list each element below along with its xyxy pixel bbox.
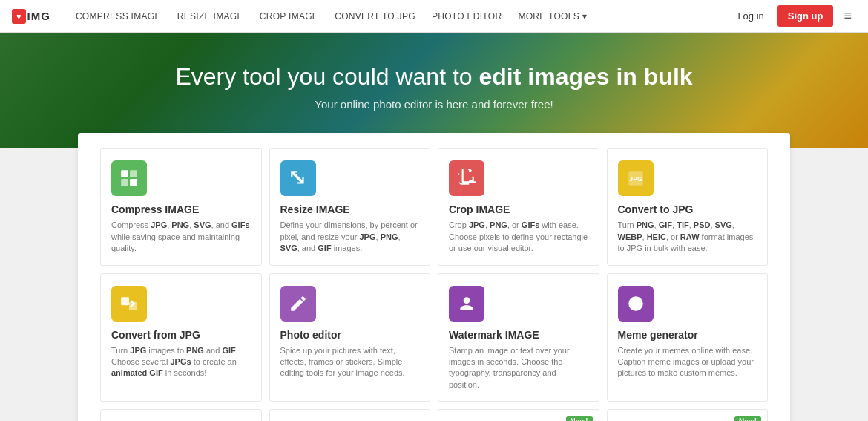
tool-desc-compress: Compress JPG, PNG, SVG, and GIFs while s… (111, 220, 251, 254)
tool-icon-resize (280, 160, 316, 196)
hero-headline-em: edit images in bulk (479, 63, 693, 90)
svg-point-9 (628, 296, 643, 311)
tool-desc-convert-jpg: Turn PNG, GIF, TIF, PSD, SVG, WEBP, HEIC… (618, 220, 757, 254)
svg-point-8 (464, 297, 470, 304)
tool-desc-crop: Crop JPG, PNG, or GIFs with ease. Choose… (449, 220, 588, 254)
tool-title-resize: Resize IMAGE (280, 203, 420, 215)
tool-icon-compress (111, 160, 147, 196)
svg-rect-1 (130, 171, 137, 178)
tool-title-convert-from-jpg: Convert from JPG (111, 329, 251, 341)
tool-icon-watermark (449, 286, 484, 322)
tool-card-watermark[interactable]: Watermark IMAGEStamp an image or text ov… (438, 273, 599, 402)
hero-headline-start: Every tool you could want to (175, 63, 479, 90)
main-nav: COMPRESS IMAGERESIZE IMAGECROP IMAGECONV… (68, 0, 731, 33)
tool-card-compress[interactable]: Compress IMAGECompress JPG, PNG, SVG, an… (100, 148, 262, 265)
header: ♥ IMG COMPRESS IMAGERESIZE IMAGECROP IMA… (0, 0, 868, 33)
svg-rect-2 (121, 179, 128, 186)
tool-card-html-image[interactable]: HTML to IMAGEConvert webpages in HTML to… (269, 409, 431, 421)
tool-title-convert-jpg: Convert to JPG (618, 203, 757, 215)
tool-desc-photo-editor: Spice up your pictures with text, effect… (280, 345, 420, 379)
tools-row-1: Convert from JPGTurn JPG images to PNG a… (100, 273, 768, 402)
tool-title-photo-editor: Photo editor (280, 329, 420, 341)
badge-new-blur-face: New! (734, 416, 761, 421)
tools-row-0: Compress IMAGECompress JPG, PNG, SVG, an… (100, 148, 768, 265)
svg-point-10 (632, 301, 634, 303)
svg-rect-3 (130, 179, 137, 186)
tool-title-compress: Compress IMAGE (111, 203, 251, 215)
tool-icon-meme (618, 286, 654, 322)
tool-icon-convert-jpg: JPG (618, 160, 654, 196)
svg-point-11 (637, 301, 639, 303)
hero-subtext: Your online photo editor is here and for… (15, 98, 853, 111)
svg-rect-0 (121, 171, 128, 178)
nav-item-more[interactable]: MORE TOOLS ▾ (510, 0, 594, 33)
nav-item-compress[interactable]: COMPRESS IMAGE (68, 0, 168, 33)
tool-card-meme[interactable]: Meme generatorCreate your memes online w… (607, 273, 769, 402)
tools-row-2: Rotate IMAGERotate many images JPG, PNG … (100, 409, 768, 421)
hero-section: Every tool you could want to edit images… (0, 33, 868, 148)
login-button[interactable]: Log in (730, 10, 771, 22)
tools-container: Compress IMAGECompress JPG, PNG, SVG, an… (78, 133, 790, 421)
nav-item-crop[interactable]: CROP IMAGE (252, 0, 326, 33)
signup-button[interactable]: Sign up (777, 5, 834, 27)
tool-desc-resize: Define your dimensions, by percent or pi… (280, 220, 420, 254)
header-actions: Log in Sign up ≡ (730, 5, 856, 27)
nav-item-photo[interactable]: PHOTO EDITOR (424, 0, 510, 33)
tool-desc-watermark: Stamp an image or text over your images … (449, 345, 588, 391)
tool-desc-meme: Create your memes online with ease. Capt… (618, 345, 757, 379)
tool-card-blur-face[interactable]: New!Blur faceEasily blur out faces in ph… (607, 409, 769, 421)
badge-new-upscale: New! (566, 416, 593, 421)
nav-item-resize[interactable]: RESIZE IMAGE (170, 0, 251, 33)
svg-text:JPG: JPG (629, 176, 642, 183)
tool-icon-crop (449, 160, 484, 196)
tool-icon-photo-editor (280, 286, 316, 322)
menu-button[interactable]: ≡ (839, 8, 856, 24)
tool-card-photo-editor[interactable]: Photo editorSpice up your pictures with … (269, 273, 431, 402)
heart-icon: ♥ (16, 12, 22, 21)
tool-desc-convert-from-jpg: Turn JPG images to PNG and GIF. Choose s… (111, 345, 251, 379)
svg-rect-6 (121, 297, 129, 305)
hero-headline: Every tool you could want to edit images… (15, 62, 853, 91)
tool-card-crop[interactable]: Crop IMAGECrop JPG, PNG, or GIFs with ea… (438, 148, 599, 265)
tool-card-upscale[interactable]: New!Upscale ImageEnlarge your images wit… (438, 409, 599, 421)
tool-title-meme: Meme generator (618, 329, 757, 341)
tool-card-convert-jpg[interactable]: JPGConvert to JPGTurn PNG, GIF, TIF, PSD… (607, 148, 769, 265)
tool-icon-convert-from-jpg (111, 286, 147, 322)
tool-card-rotate[interactable]: Rotate IMAGERotate many images JPG, PNG … (100, 409, 262, 421)
tool-title-crop: Crop IMAGE (449, 203, 588, 215)
logo[interactable]: ♥ IMG (12, 9, 50, 24)
tool-card-convert-from-jpg[interactable]: Convert from JPGTurn JPG images to PNG a… (100, 273, 262, 402)
tool-title-watermark: Watermark IMAGE (449, 329, 588, 341)
nav-item-convert[interactable]: CONVERT TO JPG (327, 0, 423, 33)
logo-text: IMG (27, 10, 50, 22)
logo-heart: ♥ (12, 9, 26, 24)
tool-card-resize[interactable]: Resize IMAGEDefine your dimensions, by p… (269, 148, 431, 265)
